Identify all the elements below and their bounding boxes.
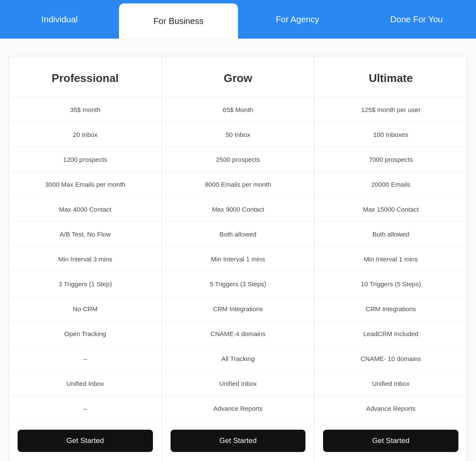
feature-row: Both allowed bbox=[314, 222, 467, 247]
feature-row: – bbox=[9, 396, 162, 421]
feature-row: 10 Triggers (5 Steps) bbox=[314, 272, 467, 297]
feature-row: 125$ month per user bbox=[314, 97, 467, 122]
feature-row: 7000 prospects bbox=[314, 147, 467, 172]
feature-row: 3000 Max Emails per month bbox=[9, 172, 162, 197]
feature-row: Min Interval 3 mins bbox=[9, 247, 162, 272]
feature-row: 35$ month bbox=[9, 97, 162, 122]
tab-for-agency[interactable]: For Agency bbox=[238, 0, 357, 39]
feature-row: Max 9000 Contact bbox=[162, 197, 314, 222]
pricing-card-grow: Grow65$ Month50 Inbox2500 prospects8000 … bbox=[162, 56, 315, 461]
feature-row: Open Tracking bbox=[9, 321, 162, 346]
feature-row: 20000 Emails bbox=[314, 172, 467, 197]
get-started-button-ultimate[interactable]: Get Started bbox=[323, 430, 458, 452]
feature-row: Min Interval 1 mins bbox=[162, 247, 314, 272]
feature-row: 1200 prospects bbox=[9, 147, 162, 172]
feature-row: CRM Integrations bbox=[162, 297, 314, 321]
card-footer-professional: Get Started bbox=[9, 421, 162, 461]
feature-row: Unified Inbox bbox=[9, 371, 162, 396]
feature-row: Unified Inbox bbox=[314, 371, 467, 396]
tab-for-business[interactable]: For Business bbox=[119, 3, 238, 39]
feature-row: Both allowed bbox=[162, 222, 314, 247]
feature-row: All Tracking bbox=[162, 346, 314, 371]
card-footer-grow: Get Started bbox=[162, 421, 314, 461]
content-area: Professional35$ month20 Inbox1200 prospe… bbox=[0, 39, 476, 461]
feature-row: A/B Test, No Flow bbox=[9, 222, 162, 247]
pricing-card-professional: Professional35$ month20 Inbox1200 prospe… bbox=[9, 56, 162, 461]
pricing-grid: Professional35$ month20 Inbox1200 prospe… bbox=[9, 56, 467, 461]
get-started-button-professional[interactable]: Get Started bbox=[18, 430, 153, 452]
feature-row: Unified Inbox bbox=[162, 371, 314, 396]
feature-row: 2500 prospects bbox=[162, 147, 314, 172]
nav-tabs: IndividualFor BusinessFor AgencyDone For… bbox=[0, 0, 476, 39]
feature-row: LeadCRM Included bbox=[314, 321, 467, 346]
feature-row: Advance Reports bbox=[314, 396, 467, 421]
feature-row: 5 Triggers (3 Steps) bbox=[162, 272, 314, 297]
feature-row: Advance Reports bbox=[162, 396, 314, 421]
feature-row: 20 Inbox bbox=[9, 122, 162, 147]
pricing-card-ultimate: Ultimate125$ month per user100 Inboxes70… bbox=[314, 56, 467, 461]
feature-row: Max 15000 Contact bbox=[314, 197, 467, 222]
feature-row: 100 Inboxes bbox=[314, 122, 467, 147]
plan-name-grow: Grow bbox=[162, 56, 314, 97]
tab-done-for-you[interactable]: Done For You bbox=[357, 0, 476, 39]
feature-row: – bbox=[9, 346, 162, 371]
feature-row: 50 Inbox bbox=[162, 122, 314, 147]
get-started-button-grow[interactable]: Get Started bbox=[171, 430, 306, 452]
feature-row: CNAME- 10 domains bbox=[314, 346, 467, 371]
plan-name-ultimate: Ultimate bbox=[314, 56, 467, 97]
feature-row: CRM Integrations bbox=[314, 297, 467, 321]
feature-row: 3 Triggers (1 Step) bbox=[9, 272, 162, 297]
feature-row: Min Interval 1 mins bbox=[314, 247, 467, 272]
feature-row: 8000 Emails per month bbox=[162, 172, 314, 197]
feature-row: Max 4000 Contact bbox=[9, 197, 162, 222]
feature-row: 65$ Month bbox=[162, 97, 314, 122]
feature-row: No CRM bbox=[9, 297, 162, 321]
tab-individual[interactable]: Individual bbox=[0, 0, 119, 39]
feature-row: CNAME-4 domains bbox=[162, 321, 314, 346]
card-footer-ultimate: Get Started bbox=[314, 421, 467, 461]
plan-name-professional: Professional bbox=[9, 56, 162, 97]
